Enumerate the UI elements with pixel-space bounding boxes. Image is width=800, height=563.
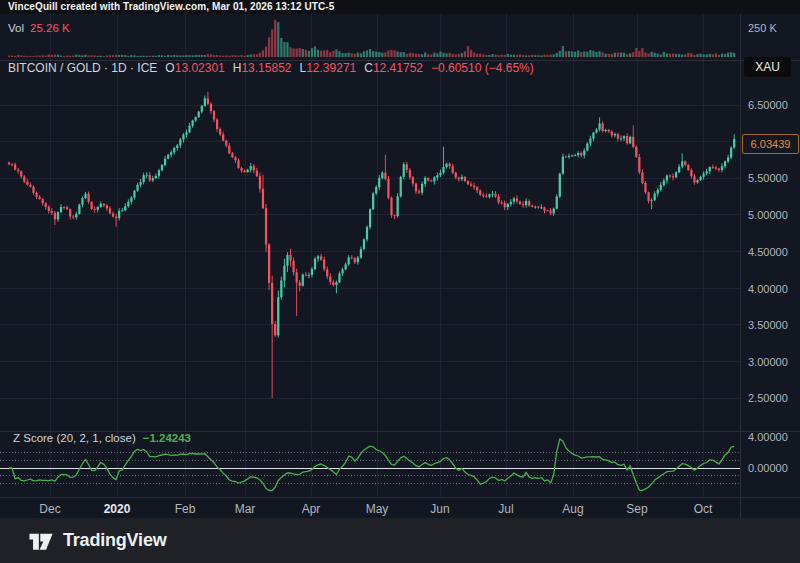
last-price-label: 6.03439 <box>742 134 799 154</box>
price-tick: 6.50000 <box>748 99 788 111</box>
close-label: C <box>364 61 373 75</box>
symbol-title: BITCOIN / GOLD · 1D · ICE <box>8 61 157 75</box>
time-tick: Jul <box>498 502 513 516</box>
last-price-value: 6.03439 <box>751 138 791 150</box>
price-tick: 4.00000 <box>748 283 788 295</box>
time-tick: Apr <box>302 502 321 516</box>
attribution-bar: VinceQuill created with TradingView.com,… <box>0 0 800 14</box>
price-tick: 4.00000 <box>748 431 788 443</box>
price-tick: 3.50000 <box>748 319 788 331</box>
time-tick: Aug <box>562 502 583 516</box>
time-tick: Dec <box>39 502 60 516</box>
price-tick: 3.00000 <box>748 356 788 368</box>
attribution-text: VinceQuill created with TradingView.com,… <box>8 1 334 12</box>
close-value: 12.41752 <box>373 61 423 75</box>
tradingview-brand[interactable]: TradingView <box>28 530 167 552</box>
price-axis[interactable]: XAU 6.03439 250 K6.500005.500005.000004.… <box>740 14 800 518</box>
chart-area[interactable]: Vol25.26 K BITCOIN / GOLD · 1D · ICEO13.… <box>0 14 800 518</box>
open-value: 13.02301 <box>175 61 225 75</box>
time-tick: Jun <box>430 502 449 516</box>
price-tick: 250 K <box>748 22 777 34</box>
tradingview-logo-icon <box>28 530 54 552</box>
footer-bar: TradingView <box>0 518 800 563</box>
high-value: 13.15852 <box>241 61 291 75</box>
price-tick: 5.00000 <box>748 209 788 221</box>
brand-name: TradingView <box>63 530 167 551</box>
price-tick: 4.50000 <box>748 246 788 258</box>
time-tick: Sep <box>626 502 647 516</box>
price-unit-label: XAU <box>755 60 780 74</box>
price-tick: 0.00000 <box>748 462 788 474</box>
volume-legend[interactable]: Vol25.26 K <box>8 22 70 34</box>
time-tick: May <box>366 502 389 516</box>
volume-value: 25.26 K <box>30 22 70 34</box>
price-tick: 5.50000 <box>748 172 788 184</box>
time-tick: 2020 <box>104 502 131 516</box>
symbol-legend[interactable]: BITCOIN / GOLD · 1D · ICEO13.02301H13.15… <box>8 61 534 75</box>
time-tick: Oct <box>694 502 713 516</box>
price-unit-badge[interactable]: XAU <box>744 57 791 77</box>
open-label: O <box>165 61 174 75</box>
tradingview-screenshot: VinceQuill created with TradingView.com,… <box>0 0 800 563</box>
change-value: −0.60510 (−4.65%) <box>431 61 534 75</box>
price-tick: 2.50000 <box>748 392 788 404</box>
time-tick: Feb <box>175 502 196 516</box>
volume-label: Vol <box>8 22 24 34</box>
zscore-legend[interactable]: Z Score (20, 2, 1, close)−1.24243 <box>13 432 191 444</box>
time-axis[interactable]: Dec2020FebMarAprMayJunJulAugSepOct <box>0 500 740 518</box>
low-value: 12.39271 <box>306 61 356 75</box>
zscore-value: −1.24243 <box>143 432 191 444</box>
zscore-label: Z Score (20, 2, 1, close) <box>13 432 136 444</box>
time-tick: Mar <box>235 502 256 516</box>
